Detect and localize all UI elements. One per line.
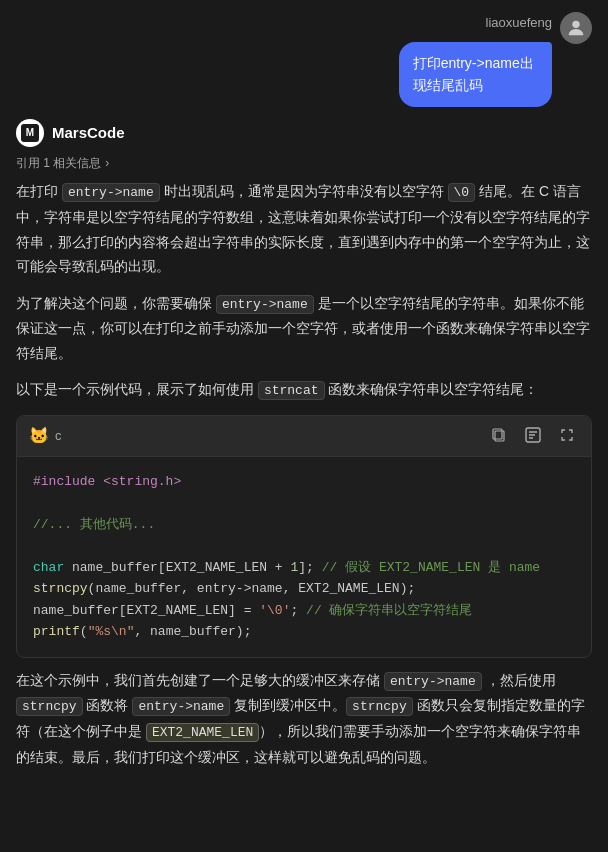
assistant-logo: M <box>16 119 44 147</box>
user-message-row: liaoxuefeng 打印entry->name出现结尾乱码 <box>16 12 592 107</box>
code-lang-label: c <box>55 425 62 448</box>
p3-code: strncat <box>258 381 325 400</box>
p2-text-pre: 为了解决这个问题，你需要确保 <box>16 295 216 311</box>
assistant-body: 在打印 entry->name 时出现乱码，通常是因为字符串没有以空字符 \0 … <box>16 179 592 781</box>
ref-chevron: › <box>105 153 109 173</box>
code-actions <box>487 425 579 448</box>
p4-code2: strncpy <box>16 697 83 716</box>
assistant-logo-icon: M <box>21 124 39 142</box>
code-block: 🐱 c <box>16 415 592 658</box>
paragraph-3: 以下是一个示例代码，展示了如何使用 strncat 函数来确保字符串以空字符结尾… <box>16 377 592 403</box>
p1-text-pre: 在打印 <box>16 183 62 199</box>
p1-code1: entry->name <box>62 183 160 202</box>
p4-code1: entry->name <box>384 672 482 691</box>
wrap-button[interactable] <box>521 425 545 448</box>
copy-button[interactable] <box>487 425 511 448</box>
p4-text-post3: 复制到缓冲区中。 <box>230 697 346 713</box>
chat-container: liaoxuefeng 打印entry->name出现结尾乱码 M MarsCo… <box>0 0 608 793</box>
assistant-header: M MarsCode <box>16 119 592 147</box>
user-message-text: 打印entry->name出现结尾乱码 <box>413 55 534 93</box>
ref-info[interactable]: 引用 1 相关信息 › <box>16 153 592 173</box>
p4-text-post1: ，然后使用 <box>482 672 556 688</box>
expand-button[interactable] <box>555 425 579 448</box>
ref-label: 引用 1 相关信息 <box>16 153 101 173</box>
code-lang: 🐱 c <box>29 422 62 450</box>
p4-code3: entry->name <box>132 697 230 716</box>
code-lang-icon: 🐱 <box>29 422 49 450</box>
p1-text-post: 时出现乱码，通常是因为字符串没有以空字符 <box>160 183 448 199</box>
code-content: #include <string.h> //... 其他代码... char n… <box>17 457 591 657</box>
paragraph-4: 在这个示例中，我们首先创建了一个足够大的缓冲区来存储 entry->name ，… <box>16 668 592 770</box>
p1-code2: \0 <box>448 183 476 202</box>
assistant-name: MarsCode <box>52 120 125 146</box>
code-block-header: 🐱 c <box>17 416 591 457</box>
paragraph-1: 在打印 entry->name 时出现乱码，通常是因为字符串没有以空字符 \0 … <box>16 179 592 278</box>
p4-code5: EXT2_NAME_LEN <box>146 723 259 742</box>
p4-code4: strncpy <box>346 697 413 716</box>
assistant-message-row: M MarsCode 引用 1 相关信息 › 在打印 entry->name 时… <box>16 119 592 781</box>
paragraph-2: 为了解决这个问题，你需要确保 entry->name 是一个以空字符结尾的字符串… <box>16 291 592 366</box>
p3-text-post: 函数来确保字符串以空字符结尾： <box>325 381 539 397</box>
user-name: liaoxuefeng <box>486 12 553 34</box>
p3-text-pre: 以下是一个示例代码，展示了如何使用 <box>16 381 258 397</box>
p4-text-pre: 在这个示例中，我们首先创建了一个足够大的缓冲区来存储 <box>16 672 384 688</box>
svg-point-0 <box>572 21 579 28</box>
user-bubble: 打印entry->name出现结尾乱码 <box>399 42 552 107</box>
user-avatar <box>560 12 592 44</box>
p2-code1: entry->name <box>216 295 314 314</box>
p4-text-post2: 函数将 <box>83 697 133 713</box>
